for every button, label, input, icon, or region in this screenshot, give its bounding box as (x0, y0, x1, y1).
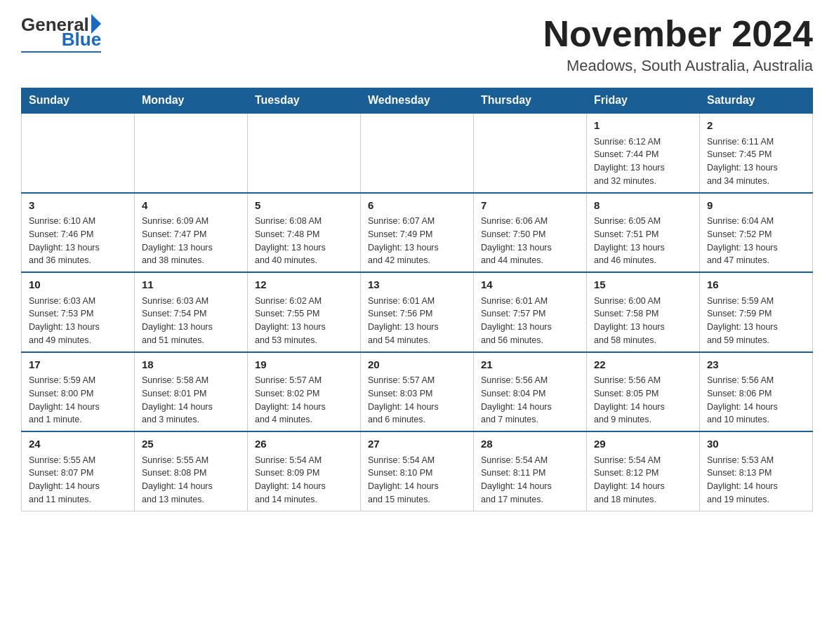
day-number: 2 (707, 118, 805, 134)
weekday-header-row: SundayMondayTuesdayWednesdayThursdayFrid… (22, 88, 813, 114)
calendar-cell (361, 113, 474, 193)
day-number: 4 (142, 198, 240, 214)
calendar-cell: 25Sunrise: 5:55 AM Sunset: 8:08 PM Dayli… (135, 431, 248, 511)
calendar-cell: 6Sunrise: 6:07 AM Sunset: 7:49 PM Daylig… (361, 193, 474, 273)
day-number: 27 (368, 436, 466, 452)
day-info: Sunrise: 5:59 AM Sunset: 8:00 PM Dayligh… (29, 374, 127, 427)
day-number: 29 (594, 436, 692, 452)
day-number: 14 (481, 277, 579, 293)
day-number: 9 (707, 198, 805, 214)
calendar-week-row: 1Sunrise: 6:12 AM Sunset: 7:44 PM Daylig… (22, 113, 813, 193)
calendar-cell: 10Sunrise: 6:03 AM Sunset: 7:53 PM Dayli… (22, 272, 135, 352)
day-number: 17 (29, 357, 127, 373)
calendar-cell: 17Sunrise: 5:59 AM Sunset: 8:00 PM Dayli… (22, 352, 135, 432)
day-number: 8 (594, 198, 692, 214)
calendar-cell: 7Sunrise: 6:06 AM Sunset: 7:50 PM Daylig… (474, 193, 587, 273)
day-number: 11 (142, 277, 240, 293)
calendar-cell: 26Sunrise: 5:54 AM Sunset: 8:09 PM Dayli… (248, 431, 361, 511)
day-number: 15 (594, 277, 692, 293)
day-info: Sunrise: 5:56 AM Sunset: 8:06 PM Dayligh… (707, 374, 805, 427)
calendar-table: SundayMondayTuesdayWednesdayThursdayFrid… (21, 88, 813, 511)
calendar-cell: 18Sunrise: 5:58 AM Sunset: 8:01 PM Dayli… (135, 352, 248, 432)
day-info: Sunrise: 5:55 AM Sunset: 8:07 PM Dayligh… (29, 454, 127, 507)
calendar-cell: 14Sunrise: 6:01 AM Sunset: 7:57 PM Dayli… (474, 272, 587, 352)
weekday-header-tuesday: Tuesday (248, 88, 361, 114)
calendar-cell: 5Sunrise: 6:08 AM Sunset: 7:48 PM Daylig… (248, 193, 361, 273)
day-number: 24 (29, 436, 127, 452)
day-number: 22 (594, 357, 692, 373)
calendar-week-row: 17Sunrise: 5:59 AM Sunset: 8:00 PM Dayli… (22, 352, 813, 432)
title-area: November 2024 Meadows, South Australia, … (543, 14, 813, 75)
calendar-cell: 9Sunrise: 6:04 AM Sunset: 7:52 PM Daylig… (700, 193, 813, 273)
calendar-cell: 23Sunrise: 5:56 AM Sunset: 8:06 PM Dayli… (700, 352, 813, 432)
day-info: Sunrise: 5:57 AM Sunset: 8:03 PM Dayligh… (368, 374, 466, 427)
weekday-header-wednesday: Wednesday (361, 88, 474, 114)
location-subtitle: Meadows, South Australia, Australia (543, 57, 813, 75)
day-info: Sunrise: 6:04 AM Sunset: 7:52 PM Dayligh… (707, 215, 805, 267)
day-number: 1 (594, 118, 692, 134)
day-info: Sunrise: 5:58 AM Sunset: 8:01 PM Dayligh… (142, 374, 240, 427)
calendar-cell: 12Sunrise: 6:02 AM Sunset: 7:55 PM Dayli… (248, 272, 361, 352)
calendar-week-row: 3Sunrise: 6:10 AM Sunset: 7:46 PM Daylig… (22, 193, 813, 273)
calendar-cell: 21Sunrise: 5:56 AM Sunset: 8:04 PM Dayli… (474, 352, 587, 432)
calendar-cell: 3Sunrise: 6:10 AM Sunset: 7:46 PM Daylig… (22, 193, 135, 273)
day-number: 3 (29, 198, 127, 214)
day-info: Sunrise: 6:12 AM Sunset: 7:44 PM Dayligh… (594, 135, 692, 188)
weekday-header-friday: Friday (587, 88, 700, 114)
day-info: Sunrise: 5:54 AM Sunset: 8:11 PM Dayligh… (481, 454, 579, 507)
calendar-cell: 11Sunrise: 6:03 AM Sunset: 7:54 PM Dayli… (135, 272, 248, 352)
day-info: Sunrise: 6:10 AM Sunset: 7:46 PM Dayligh… (29, 215, 127, 267)
calendar-cell (248, 113, 361, 193)
day-info: Sunrise: 6:11 AM Sunset: 7:45 PM Dayligh… (707, 135, 805, 188)
calendar-cell: 2Sunrise: 6:11 AM Sunset: 7:45 PM Daylig… (700, 113, 813, 193)
calendar-cell: 30Sunrise: 5:53 AM Sunset: 8:13 PM Dayli… (700, 431, 813, 511)
day-info: Sunrise: 5:55 AM Sunset: 8:08 PM Dayligh… (142, 454, 240, 507)
calendar-cell: 24Sunrise: 5:55 AM Sunset: 8:07 PM Dayli… (22, 431, 135, 511)
day-info: Sunrise: 5:56 AM Sunset: 8:05 PM Dayligh… (594, 374, 692, 427)
calendar-cell: 16Sunrise: 5:59 AM Sunset: 7:59 PM Dayli… (700, 272, 813, 352)
day-info: Sunrise: 6:01 AM Sunset: 7:56 PM Dayligh… (368, 295, 466, 347)
calendar-cell (22, 113, 135, 193)
month-title: November 2024 (543, 14, 813, 54)
day-info: Sunrise: 5:57 AM Sunset: 8:02 PM Dayligh… (255, 374, 353, 427)
weekday-header-thursday: Thursday (474, 88, 587, 114)
calendar-cell: 15Sunrise: 6:00 AM Sunset: 7:58 PM Dayli… (587, 272, 700, 352)
day-number: 21 (481, 357, 579, 373)
day-info: Sunrise: 6:06 AM Sunset: 7:50 PM Dayligh… (481, 215, 579, 267)
day-number: 26 (255, 436, 353, 452)
day-info: Sunrise: 6:05 AM Sunset: 7:51 PM Dayligh… (594, 215, 692, 267)
day-info: Sunrise: 5:53 AM Sunset: 8:13 PM Dayligh… (707, 454, 805, 507)
logo: General Blue (21, 14, 101, 53)
day-number: 25 (142, 436, 240, 452)
day-number: 5 (255, 198, 353, 214)
day-number: 10 (29, 277, 127, 293)
calendar-cell (135, 113, 248, 193)
day-info: Sunrise: 6:03 AM Sunset: 7:54 PM Dayligh… (142, 295, 240, 347)
day-info: Sunrise: 6:00 AM Sunset: 7:58 PM Dayligh… (594, 295, 692, 347)
day-info: Sunrise: 6:03 AM Sunset: 7:53 PM Dayligh… (29, 295, 127, 347)
day-info: Sunrise: 6:07 AM Sunset: 7:49 PM Dayligh… (368, 215, 466, 267)
page-header: General Blue November 2024 Meadows, Sout… (21, 14, 813, 75)
calendar-cell: 27Sunrise: 5:54 AM Sunset: 8:10 PM Dayli… (361, 431, 474, 511)
day-info: Sunrise: 6:01 AM Sunset: 7:57 PM Dayligh… (481, 295, 579, 347)
day-info: Sunrise: 5:54 AM Sunset: 8:10 PM Dayligh… (368, 454, 466, 507)
day-info: Sunrise: 6:02 AM Sunset: 7:55 PM Dayligh… (255, 295, 353, 347)
day-info: Sunrise: 5:59 AM Sunset: 7:59 PM Dayligh… (707, 295, 805, 347)
calendar-week-row: 24Sunrise: 5:55 AM Sunset: 8:07 PM Dayli… (22, 431, 813, 511)
day-number: 7 (481, 198, 579, 214)
weekday-header-monday: Monday (135, 88, 248, 114)
calendar-week-row: 10Sunrise: 6:03 AM Sunset: 7:53 PM Dayli… (22, 272, 813, 352)
calendar-cell: 29Sunrise: 5:54 AM Sunset: 8:12 PM Dayli… (587, 431, 700, 511)
weekday-header-sunday: Sunday (22, 88, 135, 114)
calendar-header: SundayMondayTuesdayWednesdayThursdayFrid… (22, 88, 813, 114)
day-info: Sunrise: 5:54 AM Sunset: 8:09 PM Dayligh… (255, 454, 353, 507)
day-number: 20 (368, 357, 466, 373)
calendar-cell: 22Sunrise: 5:56 AM Sunset: 8:05 PM Dayli… (587, 352, 700, 432)
day-info: Sunrise: 6:08 AM Sunset: 7:48 PM Dayligh… (255, 215, 353, 267)
calendar-cell: 8Sunrise: 6:05 AM Sunset: 7:51 PM Daylig… (587, 193, 700, 273)
day-number: 30 (707, 436, 805, 452)
logo-underline (21, 51, 101, 53)
calendar-body: 1Sunrise: 6:12 AM Sunset: 7:44 PM Daylig… (22, 113, 813, 511)
calendar-cell: 4Sunrise: 6:09 AM Sunset: 7:47 PM Daylig… (135, 193, 248, 273)
logo-blue-text: Blue (62, 29, 101, 51)
